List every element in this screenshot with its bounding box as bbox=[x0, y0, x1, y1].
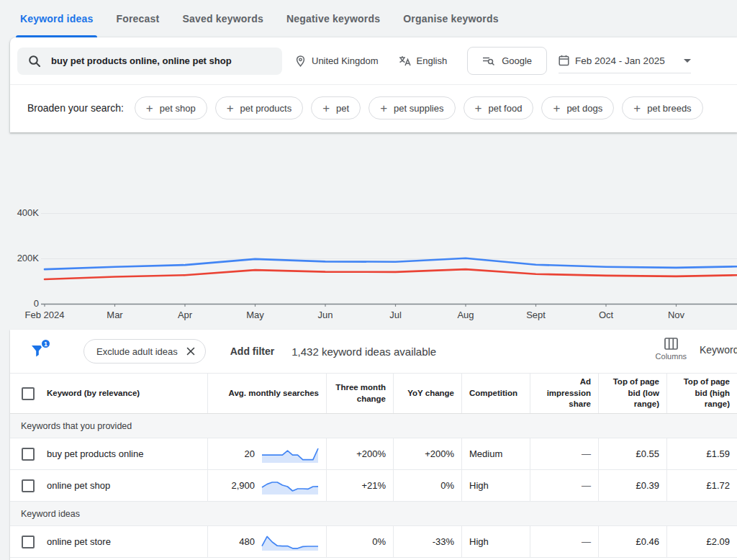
table-row[interactable]: online pet store 480 0% -33% High — £0.4… bbox=[10, 526, 737, 558]
header-keyword: Keyword (by relevance) bbox=[10, 374, 207, 413]
filter-count-badge: 1 bbox=[40, 338, 51, 349]
bid-high-value: £1.72 bbox=[706, 480, 730, 491]
bid-low-value: £0.55 bbox=[636, 448, 659, 459]
three-month-cell: +21% bbox=[326, 470, 393, 501]
select-all-checkbox[interactable] bbox=[22, 387, 35, 400]
yoy-value: +200% bbox=[425, 448, 454, 459]
keyword-cell: buy pet products online bbox=[10, 438, 207, 469]
row-checkbox[interactable] bbox=[22, 479, 35, 492]
tab-label: Saved keywords bbox=[182, 13, 263, 24]
x-axis-tick-label: Aug bbox=[457, 310, 474, 320]
row-checkbox[interactable] bbox=[22, 536, 35, 548]
ad-share-cell: — bbox=[530, 526, 598, 557]
chip-label: pet bbox=[336, 103, 349, 114]
bid-low-cell: £0.46 bbox=[598, 526, 666, 557]
x-axis-tick-label: Feb 2024 bbox=[25, 310, 65, 320]
header-label: Top of page bid (low range) bbox=[606, 376, 659, 410]
broaden-chip-pet-supplies[interactable]: +pet supplies bbox=[368, 96, 455, 119]
tab-saved-keywords[interactable]: Saved keywords bbox=[171, 0, 275, 37]
competition-cell: High bbox=[461, 526, 530, 557]
broaden-chip-pet-products[interactable]: +pet products bbox=[215, 96, 303, 119]
header-yoy-change: YoY change bbox=[393, 374, 461, 413]
tab-negative-keywords[interactable]: Negative keywords bbox=[275, 0, 392, 37]
section-keywords-you-provided: Keywords that you provided bbox=[10, 414, 737, 438]
x-axis-tick-label: Jul bbox=[389, 310, 402, 320]
keyword-search-box[interactable] bbox=[17, 48, 282, 75]
header-competition: Competition bbox=[461, 374, 530, 413]
trend-chart-canvas bbox=[0, 132, 737, 330]
plus-icon: + bbox=[475, 102, 482, 114]
date-range-selector[interactable]: Feb 2024 - Jan 2025 bbox=[559, 48, 691, 73]
broaden-chip-pet-breeds[interactable]: +pet breeds bbox=[622, 96, 702, 119]
ad-share-cell: — bbox=[530, 438, 598, 469]
columns-button[interactable]: Columns bbox=[656, 338, 687, 361]
x-axis-tick-label: Oct bbox=[599, 310, 613, 320]
ideas-count-text: 1,432 keyword ideas available bbox=[291, 346, 436, 358]
search-row: United Kingdom English Google Feb 2024 -… bbox=[10, 37, 737, 85]
tab-label: Keyword ideas bbox=[20, 13, 93, 24]
ad-share-value: — bbox=[582, 448, 591, 459]
chip-label: pet shop bbox=[160, 103, 196, 114]
broaden-chip-pet-dogs[interactable]: +pet dogs bbox=[541, 96, 614, 119]
avg-monthly-cell: 20 bbox=[207, 438, 326, 469]
close-icon[interactable] bbox=[186, 347, 195, 356]
competition-value: High bbox=[469, 536, 489, 547]
header-label: Avg. monthly searches bbox=[229, 388, 319, 399]
header-label: Competition bbox=[469, 388, 517, 399]
language-selector[interactable]: English bbox=[399, 55, 448, 66]
exclude-adult-ideas-chip[interactable]: Exclude adult ideas bbox=[83, 339, 206, 363]
plus-icon: + bbox=[633, 102, 641, 114]
table-row[interactable]: buy pet products online 20 +200% +200% M… bbox=[10, 438, 737, 470]
network-selector[interactable]: Google bbox=[467, 47, 547, 75]
section-keyword-ideas: Keyword ideas bbox=[10, 502, 737, 526]
avg-monthly-value: 20 bbox=[245, 448, 255, 459]
table-header-row: Keyword (by relevance) Avg. monthly sear… bbox=[10, 373, 737, 414]
bid-high-cell: £1.59 bbox=[666, 438, 737, 469]
location-pin-icon bbox=[295, 55, 306, 67]
location-value: United Kingdom bbox=[312, 55, 379, 66]
bid-low-cell: £0.55 bbox=[598, 438, 666, 469]
plus-icon: + bbox=[553, 102, 560, 114]
translate-icon bbox=[399, 55, 411, 66]
competition-value: High bbox=[469, 480, 489, 491]
keyword-text: buy pet products online bbox=[47, 448, 143, 459]
row-checkbox[interactable] bbox=[22, 448, 35, 461]
three-month-value: 0% bbox=[372, 536, 386, 547]
x-axis-tick-label: Mar bbox=[107, 310, 122, 320]
search-settings-card: United Kingdom English Google Feb 2024 -… bbox=[10, 37, 737, 132]
bid-high-cell: £2.09 bbox=[666, 526, 737, 557]
broaden-chip-pet-shop[interactable]: +pet shop bbox=[135, 96, 207, 119]
filter-button[interactable]: 1 bbox=[29, 342, 48, 361]
search-input[interactable] bbox=[50, 55, 271, 67]
plus-icon: + bbox=[380, 102, 387, 114]
table-row[interactable]: online pet shop 2,900 +21% 0% High — £0.… bbox=[10, 470, 737, 502]
location-selector[interactable]: United Kingdom bbox=[295, 55, 379, 67]
chip-label: pet supplies bbox=[394, 103, 443, 114]
keyword-view-label[interactable]: Keyword bbox=[700, 344, 737, 356]
competition-value: Medium bbox=[469, 448, 502, 459]
add-filter-button[interactable]: Add filter bbox=[230, 346, 274, 357]
x-axis-tick-label: May bbox=[246, 310, 264, 320]
avg-monthly-cell: 480 bbox=[207, 526, 326, 557]
bid-high-cell: £1.72 bbox=[666, 470, 737, 501]
x-axis-tick-label: Nov bbox=[668, 310, 684, 320]
tab-label: Organise keywords bbox=[403, 13, 499, 24]
x-axis-tick-label: Jun bbox=[318, 310, 333, 320]
avg-monthly-cell: 2,900 bbox=[207, 470, 326, 501]
keyword-text: online pet store bbox=[47, 536, 111, 547]
broaden-chip-pet[interactable]: +pet bbox=[311, 96, 361, 119]
search-network-icon bbox=[482, 55, 494, 66]
sparkline-chart bbox=[261, 445, 319, 464]
tab-organise-keywords[interactable]: Organise keywords bbox=[392, 0, 510, 37]
bid-low-value: £0.39 bbox=[636, 480, 659, 491]
x-axis-tick-label: Sept bbox=[526, 310, 546, 320]
broaden-search-row: Broaden your search: +pet shop +pet prod… bbox=[10, 85, 737, 131]
broaden-chip-pet-food[interactable]: +pet food bbox=[464, 96, 534, 119]
plus-icon: + bbox=[227, 102, 234, 114]
chevron-down-icon bbox=[684, 59, 691, 63]
tab-keyword-ideas[interactable]: Keyword ideas bbox=[9, 0, 104, 37]
columns-label: Columns bbox=[656, 352, 687, 361]
header-bid-low: Top of page bid (low range) bbox=[598, 374, 666, 413]
header-label: Keyword (by relevance) bbox=[47, 388, 140, 399]
tab-forecast[interactable]: Forecast bbox=[104, 0, 171, 37]
